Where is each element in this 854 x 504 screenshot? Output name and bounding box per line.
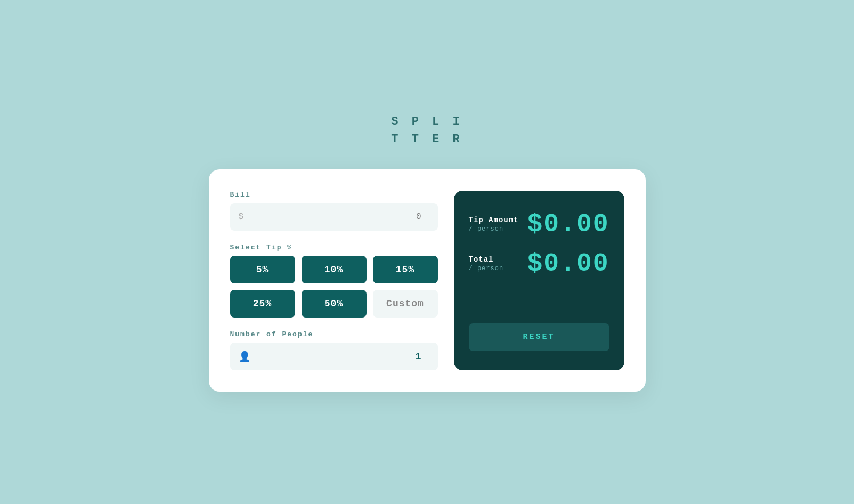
people-section: Number of People 👤 — [230, 330, 438, 370]
main-card: Bill $ Select Tip % 5% 10% 15% 25% 50% C… — [209, 169, 646, 392]
tip-amount-value: $0.00 — [527, 210, 609, 239]
people-label: Number of People — [230, 330, 438, 338]
tip-btn-5[interactable]: 5% — [230, 256, 295, 283]
tip-btn-15[interactable]: 15% — [373, 256, 438, 283]
tip-buttons: 5% 10% 15% 25% 50% Custom — [230, 256, 438, 318]
left-panel: Bill $ Select Tip % 5% 10% 15% 25% 50% C… — [230, 191, 438, 370]
reset-button[interactable]: RESET — [469, 323, 609, 351]
total-result: Total / person $0.00 — [469, 249, 609, 278]
tip-btn-50[interactable]: 50% — [302, 290, 367, 318]
app-title: S P L I T T E R — [391, 113, 462, 148]
tip-label: Select Tip % — [230, 243, 438, 251]
total-sublabel: / person — [469, 265, 504, 272]
tip-amount-result: Tip Amount / person $0.00 — [469, 210, 609, 239]
dollar-icon: $ — [239, 212, 244, 222]
total-label: Total — [469, 255, 504, 264]
people-input-wrapper: 👤 — [230, 343, 438, 370]
tip-btn-25[interactable]: 25% — [230, 290, 295, 318]
tip-amount-sublabel: / person — [469, 225, 519, 233]
total-value: $0.00 — [527, 249, 609, 278]
right-panel: Tip Amount / person $0.00 Total / person… — [454, 191, 624, 370]
bill-section: Bill $ — [230, 191, 438, 231]
tip-btn-10[interactable]: 10% — [302, 256, 367, 283]
bill-input-wrapper: $ — [230, 203, 438, 231]
tip-amount-label: Tip Amount — [469, 216, 519, 224]
tip-btn-custom[interactable]: Custom — [373, 290, 438, 318]
tip-section: Select Tip % 5% 10% 15% 25% 50% Custom — [230, 243, 438, 318]
people-input[interactable] — [255, 351, 429, 362]
bill-label: Bill — [230, 191, 438, 199]
person-icon: 👤 — [239, 351, 250, 362]
bill-input[interactable] — [248, 212, 429, 222]
